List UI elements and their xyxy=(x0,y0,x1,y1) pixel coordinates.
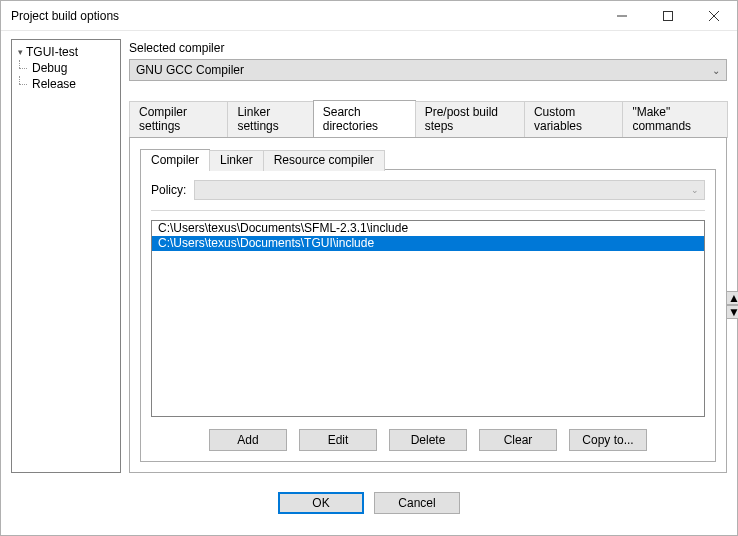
list-item[interactable]: C:\Users\texus\Documents\SFML-2.3.1\incl… xyxy=(152,221,704,236)
copy-to-button[interactable]: Copy to... xyxy=(569,429,647,451)
tree-item-label: Release xyxy=(32,77,76,91)
policy-label: Policy: xyxy=(151,183,186,197)
subtab-compiler[interactable]: Compiler xyxy=(140,149,210,170)
list-item-text: C:\Users\texus\Documents\TGUI\include xyxy=(158,236,374,250)
tab-label: Custom variables xyxy=(534,105,582,133)
tree-item-label: Debug xyxy=(32,61,67,75)
tab-linker-settings[interactable]: Linker settings xyxy=(227,101,313,138)
button-label: Cancel xyxy=(398,496,435,510)
tree-item-debug[interactable]: Debug xyxy=(14,60,120,76)
tab-pre-post-build[interactable]: Pre/post build steps xyxy=(415,101,525,138)
target-tree[interactable]: TGUI-test Debug Release xyxy=(11,39,121,473)
dialog-window: Project build options TGUI-test Debug Re… xyxy=(0,0,738,536)
titlebar: Project build options xyxy=(1,1,737,31)
dialog-body: TGUI-test Debug Release Selected compile… xyxy=(1,31,737,535)
selected-compiler-label: Selected compiler xyxy=(129,39,727,59)
clear-button[interactable]: Clear xyxy=(479,429,557,451)
tab-label: Compiler settings xyxy=(139,105,187,133)
divider xyxy=(151,210,705,212)
window-title: Project build options xyxy=(11,9,599,23)
subtab-panel: Policy: ⌄ C:\Users\texus\Documents\SFML-… xyxy=(140,169,716,462)
right-pane: Selected compiler GNU GCC Compiler ⌄ Com… xyxy=(129,39,727,473)
button-label: Delete xyxy=(411,433,446,447)
svg-rect-1 xyxy=(664,11,673,20)
chevron-down-icon: ⌄ xyxy=(691,185,699,195)
maximize-button[interactable] xyxy=(645,1,691,31)
main-row: TGUI-test Debug Release Selected compile… xyxy=(11,39,727,473)
sub-tabs: Compiler Linker Resource compiler xyxy=(140,148,716,169)
tab-label: "Make" commands xyxy=(632,105,691,133)
list-buttons: Add Edit Delete Clear Copy to... xyxy=(151,429,705,451)
subtab-resource-compiler[interactable]: Resource compiler xyxy=(263,150,385,171)
minimize-button[interactable] xyxy=(599,1,645,31)
policy-dropdown[interactable]: ⌄ xyxy=(194,180,705,200)
add-button[interactable]: Add xyxy=(209,429,287,451)
directories-list[interactable]: C:\Users\texus\Documents\SFML-2.3.1\incl… xyxy=(151,220,705,417)
tab-label: Search directories xyxy=(323,105,378,133)
reorder-buttons: ▲ ▼ xyxy=(726,291,738,319)
policy-row: Policy: ⌄ xyxy=(151,180,705,200)
subtab-linker[interactable]: Linker xyxy=(209,150,264,171)
ok-button[interactable]: OK xyxy=(278,492,364,514)
button-label: Copy to... xyxy=(582,433,633,447)
tab-panel: Compiler Linker Resource compiler Policy… xyxy=(129,137,727,473)
tab-search-directories[interactable]: Search directories xyxy=(313,100,416,137)
tree-root[interactable]: TGUI-test xyxy=(14,44,120,60)
subtab-label: Compiler xyxy=(151,153,199,167)
compiler-dropdown[interactable]: GNU GCC Compiler ⌄ xyxy=(129,59,727,81)
button-label: OK xyxy=(312,496,329,510)
tab-label: Linker settings xyxy=(237,105,278,133)
list-item-text: C:\Users\texus\Documents\SFML-2.3.1\incl… xyxy=(158,221,408,235)
tree-item-release[interactable]: Release xyxy=(14,76,120,92)
dialog-footer: OK Cancel xyxy=(11,479,727,527)
subtab-label: Resource compiler xyxy=(274,153,374,167)
chevron-down-icon: ⌄ xyxy=(712,65,720,76)
cancel-button[interactable]: Cancel xyxy=(374,492,460,514)
move-up-button[interactable]: ▲ xyxy=(726,291,738,305)
delete-button[interactable]: Delete xyxy=(389,429,467,451)
list-item[interactable]: C:\Users\texus\Documents\TGUI\include xyxy=(152,236,704,251)
subtab-label: Linker xyxy=(220,153,253,167)
tree-root-label: TGUI-test xyxy=(26,45,78,59)
tab-custom-variables[interactable]: Custom variables xyxy=(524,101,623,138)
tab-label: Pre/post build steps xyxy=(425,105,498,133)
edit-button[interactable]: Edit xyxy=(299,429,377,451)
close-button[interactable] xyxy=(691,1,737,31)
button-label: Edit xyxy=(328,433,349,447)
arrow-down-icon: ▼ xyxy=(728,306,738,318)
button-label: Add xyxy=(237,433,258,447)
tab-compiler-settings[interactable]: Compiler settings xyxy=(129,101,228,138)
main-tabs: Compiler settings Linker settings Search… xyxy=(129,99,727,137)
compiler-dropdown-value: GNU GCC Compiler xyxy=(136,63,244,77)
window-controls xyxy=(599,1,737,31)
button-label: Clear xyxy=(504,433,533,447)
tab-make-commands[interactable]: "Make" commands xyxy=(622,101,728,138)
move-down-button[interactable]: ▼ xyxy=(726,305,738,319)
arrow-up-icon: ▲ xyxy=(728,292,738,304)
